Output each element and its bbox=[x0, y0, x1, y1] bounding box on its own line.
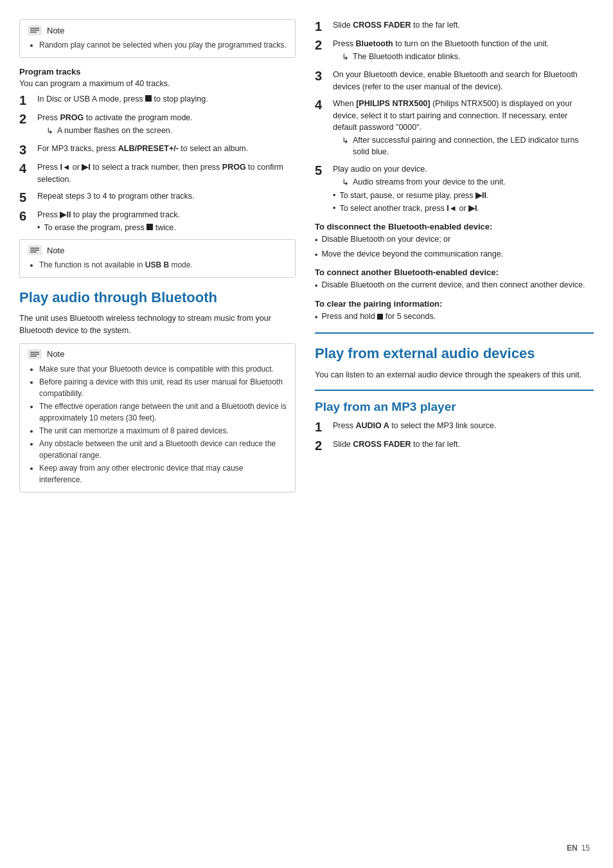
step-6: 6 Press ▶II to play the programmed track… bbox=[19, 209, 296, 235]
bt-step-5-dot1-text: To start, pause, or resume play, press ▶… bbox=[339, 190, 488, 202]
arrow-bullet-2: ↳ bbox=[46, 126, 53, 138]
bt-step-5-content: Play audio on your device. ↳ Audio strea… bbox=[333, 163, 594, 215]
step-2-content: Press PROG to activate the program mode.… bbox=[37, 112, 296, 138]
mp3-step-2-content: Slide CROSS FADER to the far left. bbox=[333, 439, 594, 451]
note-header-2: Note bbox=[28, 245, 287, 255]
note3-bullet-6: Keep away from any other electronic devi… bbox=[39, 462, 287, 485]
footer-page-number: 15 bbox=[582, 844, 590, 853]
bt-step-5-dot1: • To start, pause, or resume play, press… bbox=[333, 190, 594, 202]
note-icon-3 bbox=[28, 349, 42, 359]
step-1-number: 1 bbox=[19, 93, 37, 107]
stop-icon-1 bbox=[145, 95, 152, 102]
note-icon-1 bbox=[28, 25, 42, 35]
bt-step-2-arrow-text: The Bluetooth indicator blinks. bbox=[353, 51, 460, 63]
connect-another-bullets: • Disable Bluetooth on the current devic… bbox=[315, 280, 594, 293]
stop-icon-6 bbox=[147, 224, 153, 230]
step-5-content: Repeat steps 3 to 4 to program other tra… bbox=[37, 190, 296, 203]
stop-icon-pairing bbox=[377, 314, 383, 320]
step-5-number: 5 bbox=[19, 190, 37, 204]
bt-step-5-arrow-text: Audio streams from your device to the un… bbox=[353, 177, 506, 188]
arrow-bullet-bt4: ↳ bbox=[342, 136, 349, 147]
note3-bullets: Make sure that your Bluetooth device is … bbox=[28, 363, 287, 485]
bt-step-2-sub: ↳ The Bluetooth indicator blinks. bbox=[333, 51, 594, 64]
program-tracks-heading: Program tracks bbox=[19, 67, 296, 77]
clear-pairing-heading: To clear the pairing information: bbox=[315, 299, 594, 309]
footer-lang: EN bbox=[567, 844, 578, 853]
connect-another-dot-1: • bbox=[315, 281, 317, 293]
step-2-number: 2 bbox=[19, 112, 37, 126]
mp3-step-2-number: 2 bbox=[315, 439, 333, 453]
bt-step-3: 3 On your Bluetooth device, enable Bluet… bbox=[315, 69, 594, 93]
clear-pairing-bullets: • Press and hold for 5 seconds. bbox=[315, 311, 594, 324]
note-box-3: Note Make sure that your Bluetooth devic… bbox=[19, 343, 296, 493]
step-2: 2 Press PROG to activate the program mod… bbox=[19, 112, 296, 138]
disconnect-bullet-2: • Move the device beyond the communicati… bbox=[315, 249, 594, 262]
bt-step-2-arrow: ↳ The Bluetooth indicator blinks. bbox=[342, 51, 594, 64]
note-label-2: Note bbox=[47, 246, 64, 255]
step-4: 4 Press I◄ or ▶I to select a track numbe… bbox=[19, 161, 296, 186]
bt-step-2: 2 Press Bluetooth to turn on the Bluetoo… bbox=[315, 38, 594, 64]
bt-step-4-content: When [PHILIPS NTRX500] (Philips NTRX500)… bbox=[333, 98, 594, 159]
bt-step-5-dot2-text: To select another track, press I◄ or ▶I. bbox=[339, 203, 479, 215]
note2-bullet-1: The function is not available in USB B m… bbox=[39, 259, 287, 271]
note-icon-2 bbox=[28, 245, 42, 255]
external-audio-title: Play from external audio devices bbox=[315, 345, 594, 362]
note-header-1: Note bbox=[28, 25, 287, 35]
bt-step-4: 4 When [PHILIPS NTRX500] (Philips NTRX50… bbox=[315, 98, 594, 159]
bt-step-5-dot2: • To select another track, press I◄ or ▶… bbox=[333, 203, 594, 215]
disconnect-dot-2: • bbox=[315, 250, 317, 262]
bt-step-4-number: 4 bbox=[315, 98, 333, 112]
program-tracks-subtext: You can program a maximum of 40 tracks. bbox=[19, 79, 296, 88]
dot-bullet-bt5-1: • bbox=[333, 190, 335, 202]
bt-step-5: 5 Play audio on your device. ↳ Audio str… bbox=[315, 163, 594, 215]
step-2-arrow: ↳ A number flashes on the screen. bbox=[46, 125, 296, 138]
step-3: 3 For MP3 tracks, press ALB/PRESET+/- to… bbox=[19, 143, 296, 157]
step-6-content: Press ▶II to play the programmed track. … bbox=[37, 209, 296, 235]
step-3-number: 3 bbox=[19, 143, 37, 157]
note3-bullet-5: Any obstacle between the unit and a Blue… bbox=[39, 438, 287, 461]
step-5: 5 Repeat steps 3 to 4 to program other t… bbox=[19, 190, 296, 204]
step-2-sub: ↳ A number flashes on the screen. bbox=[37, 125, 296, 138]
bt-step-1: 1 Slide CROSS FADER to the far left. bbox=[315, 19, 594, 33]
dot-bullet-bt5-2: • bbox=[333, 203, 335, 215]
bt-step-1-number: 1 bbox=[315, 19, 333, 33]
bt-step-4-sub: ↳ After successful pairing and connectio… bbox=[333, 135, 594, 158]
step-2-arrow-text: A number flashes on the screen. bbox=[57, 125, 172, 137]
arrow-bullet-bt2: ↳ bbox=[342, 52, 349, 64]
left-column: Note Random play cannot be selected when… bbox=[19, 19, 296, 849]
note2-bullets: The function is not available in USB B m… bbox=[28, 259, 287, 271]
note-header-3: Note bbox=[28, 349, 287, 359]
bt-step-4-arrow-text: After successful pairing and connection,… bbox=[353, 135, 594, 158]
note3-bullet-1: Make sure that your Bluetooth device is … bbox=[39, 363, 287, 375]
right-column: 1 Slide CROSS FADER to the far left. 2 P… bbox=[315, 19, 594, 849]
mp3-step-1-content: Press AUDIO A to select the MP3 link sou… bbox=[333, 420, 594, 432]
disconnect-bullet-1: • Disable Bluetooth on your device; or bbox=[315, 234, 594, 247]
step-4-content: Press I◄ or ▶I to select a track number,… bbox=[37, 161, 296, 186]
disconnect-bullets: • Disable Bluetooth on your device; or •… bbox=[315, 234, 594, 261]
bt-step-4-arrow: ↳ After successful pairing and connectio… bbox=[342, 135, 594, 158]
step-6-dot: • To erase the program, press twice. bbox=[37, 222, 296, 234]
note-label-1: Note bbox=[47, 26, 64, 35]
bt-step-2-number: 2 bbox=[315, 38, 333, 52]
bluetooth-section-title: Play audio through Bluetooth bbox=[19, 289, 296, 306]
note3-bullet-2: Before pairing a device with this unit, … bbox=[39, 376, 287, 399]
mp3-player-heading: Play from an MP3 player bbox=[315, 400, 594, 415]
arrow-bullet-bt5: ↳ bbox=[342, 177, 349, 189]
bt-step-3-number: 3 bbox=[315, 69, 333, 83]
note3-bullet-4: The unit can memorize a maximum of 8 pai… bbox=[39, 425, 287, 437]
clear-pairing-text: Press and hold for 5 seconds. bbox=[321, 311, 436, 323]
disconnect-heading: To disconnect the Bluetooth-enabled devi… bbox=[315, 222, 594, 231]
page-footer: EN 15 bbox=[567, 844, 590, 853]
connect-another-heading: To connect another Bluetooth-enabled dev… bbox=[315, 267, 594, 277]
step-1-content: In Disc or USB A mode, press to stop pla… bbox=[37, 93, 296, 105]
blue-divider-external bbox=[315, 332, 594, 334]
clear-pairing-bullet-1: • Press and hold for 5 seconds. bbox=[315, 311, 594, 324]
mp3-step-1-number: 1 bbox=[315, 420, 333, 434]
blue-divider-mp3 bbox=[315, 390, 594, 391]
bt-step-5-number: 5 bbox=[315, 163, 333, 177]
dot-bullet-6: • bbox=[37, 222, 40, 234]
bt-step-1-content: Slide CROSS FADER to the far left. bbox=[333, 19, 594, 32]
bt-step-5-sub: ↳ Audio streams from your device to the … bbox=[333, 177, 594, 189]
bt-step-3-content: On your Bluetooth device, enable Bluetoo… bbox=[333, 69, 594, 93]
step-4-number: 4 bbox=[19, 161, 37, 176]
